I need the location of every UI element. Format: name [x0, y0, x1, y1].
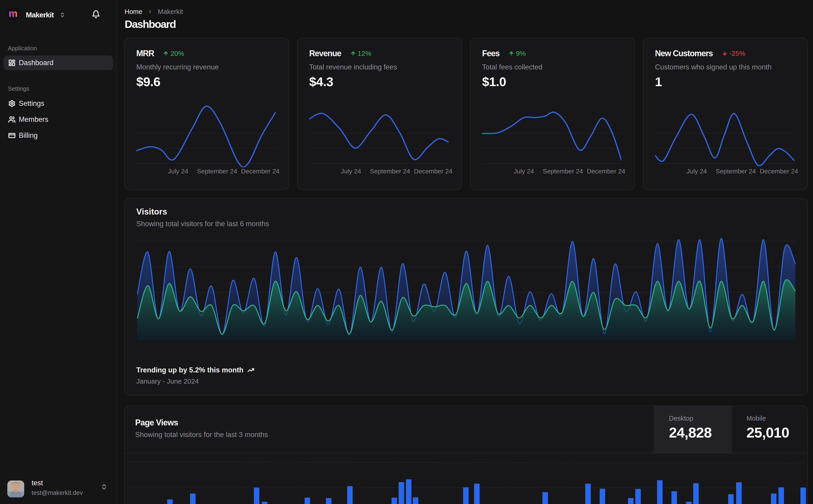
- svg-text:m: m: [8, 8, 17, 19]
